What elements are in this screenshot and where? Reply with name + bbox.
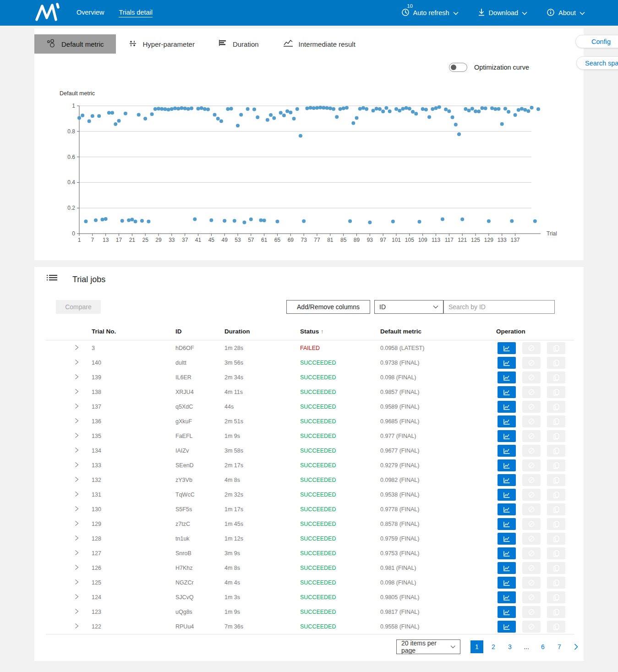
copy-button[interactable] <box>547 372 565 383</box>
kill-button[interactable] <box>522 518 541 530</box>
intermediate-result-button[interactable] <box>498 489 516 501</box>
col-trial-no[interactable]: Trial No. <box>92 328 116 335</box>
kill-button[interactable] <box>522 503 541 515</box>
kill-button[interactable] <box>522 372 541 383</box>
intermediate-result-button[interactable] <box>498 577 516 589</box>
intermediate-result-button[interactable] <box>498 474 516 486</box>
copy-button[interactable] <box>547 547 565 559</box>
row-expand-chevron-icon[interactable] <box>75 418 79 425</box>
about-control[interactable]: About <box>547 8 585 18</box>
search-space-button[interactable]: Search space <box>576 56 618 70</box>
kill-button[interactable] <box>522 459 541 471</box>
copy-button[interactable] <box>547 430 565 442</box>
row-expand-chevron-icon[interactable] <box>75 389 79 396</box>
config-button[interactable]: Config <box>575 35 618 48</box>
intermediate-result-button[interactable] <box>498 533 516 545</box>
filter-column-select[interactable]: ID <box>374 300 443 314</box>
page-6[interactable]: 6 <box>536 640 549 653</box>
intermediate-result-button[interactable] <box>498 459 516 471</box>
kill-button[interactable] <box>522 621 541 633</box>
row-expand-chevron-icon[interactable] <box>75 521 79 528</box>
intermediate-result-button[interactable] <box>498 591 516 603</box>
copy-button[interactable] <box>547 415 565 427</box>
row-expand-chevron-icon[interactable] <box>75 594 79 601</box>
kill-button[interactable] <box>522 606 541 618</box>
col-id[interactable]: ID <box>175 328 182 335</box>
col-status[interactable]: Status ↑ <box>300 328 323 335</box>
tab-intermediate-result[interactable]: Intermediate result <box>271 34 367 54</box>
row-expand-chevron-icon[interactable] <box>75 492 79 498</box>
intermediate-result-button[interactable] <box>498 401 516 413</box>
row-expand-chevron-icon[interactable] <box>75 623 79 630</box>
row-expand-chevron-icon[interactable] <box>75 360 79 366</box>
row-expand-chevron-icon[interactable] <box>75 550 79 557</box>
intermediate-result-button[interactable] <box>498 357 516 369</box>
kill-button[interactable] <box>522 357 541 369</box>
tab-duration[interactable]: Duration <box>207 34 271 54</box>
tab-default-metric[interactable]: Default metric <box>34 34 116 54</box>
nav-overview[interactable]: Overview <box>77 9 104 17</box>
copy-button[interactable] <box>547 577 565 589</box>
kill-button[interactable] <box>522 430 541 442</box>
col-duration[interactable]: Duration <box>224 328 250 335</box>
optimization-curve-toggle[interactable] <box>449 63 467 72</box>
tab-hyper-parameter[interactable]: Hyper-parameter <box>116 34 207 54</box>
kill-button[interactable] <box>522 547 541 559</box>
intermediate-result-button[interactable] <box>498 386 516 398</box>
copy-button[interactable] <box>547 489 565 501</box>
copy-button[interactable] <box>547 606 565 618</box>
row-expand-chevron-icon[interactable] <box>75 579 79 586</box>
row-expand-chevron-icon[interactable] <box>75 462 79 469</box>
row-expand-chevron-icon[interactable] <box>75 535 79 542</box>
kill-button[interactable] <box>522 533 541 545</box>
copy-button[interactable] <box>547 503 565 515</box>
download-control[interactable]: Download <box>478 8 528 18</box>
copy-button[interactable] <box>547 342 565 354</box>
kill-button[interactable] <box>522 445 541 457</box>
row-expand-chevron-icon[interactable] <box>75 609 79 616</box>
kill-button[interactable] <box>522 577 541 589</box>
col-default-metric[interactable]: Default metric <box>380 328 421 335</box>
page-1[interactable]: 1 <box>470 640 483 653</box>
kill-button[interactable] <box>522 489 541 501</box>
intermediate-result-button[interactable] <box>498 503 516 515</box>
intermediate-result-button[interactable] <box>498 445 516 457</box>
add-remove-columns-button[interactable]: Add/Remove columns <box>286 300 370 314</box>
copy-button[interactable] <box>547 401 565 413</box>
kill-button[interactable] <box>522 342 541 354</box>
intermediate-result-button[interactable] <box>498 415 516 427</box>
intermediate-result-button[interactable] <box>498 518 516 530</box>
next-page-chevron-icon[interactable] <box>569 640 582 653</box>
row-expand-chevron-icon[interactable] <box>75 433 79 440</box>
kill-button[interactable] <box>522 562 541 574</box>
copy-button[interactable] <box>547 357 565 369</box>
kill-button[interactable] <box>522 591 541 603</box>
copy-button[interactable] <box>547 386 565 398</box>
nav-trials-detail[interactable]: Trials detail <box>119 9 153 17</box>
row-expand-chevron-icon[interactable] <box>75 477 79 484</box>
search-by-id-input[interactable] <box>443 300 555 314</box>
copy-button[interactable] <box>547 621 565 633</box>
compare-button[interactable]: Compare <box>56 300 101 314</box>
copy-button[interactable] <box>547 518 565 530</box>
copy-button[interactable] <box>547 562 565 574</box>
row-expand-chevron-icon[interactable] <box>75 565 79 572</box>
copy-button[interactable] <box>547 533 565 545</box>
page-7[interactable]: 7 <box>553 640 566 653</box>
copy-button[interactable] <box>547 591 565 603</box>
intermediate-result-button[interactable] <box>498 621 516 633</box>
intermediate-result-button[interactable] <box>498 342 516 354</box>
page-3[interactable]: 3 <box>503 640 516 653</box>
intermediate-result-button[interactable] <box>498 430 516 442</box>
copy-button[interactable] <box>547 445 565 457</box>
kill-button[interactable] <box>522 401 541 413</box>
auto-refresh-control[interactable]: 10 Auto refresh <box>401 8 459 18</box>
page-2[interactable]: 2 <box>487 640 500 653</box>
intermediate-result-button[interactable] <box>498 372 516 383</box>
kill-button[interactable] <box>522 415 541 427</box>
copy-button[interactable] <box>547 459 565 471</box>
row-expand-chevron-icon[interactable] <box>75 404 79 410</box>
kill-button[interactable] <box>522 386 541 398</box>
row-expand-chevron-icon[interactable] <box>75 374 79 381</box>
items-per-page-select[interactable]: 20 items per page <box>396 639 460 654</box>
